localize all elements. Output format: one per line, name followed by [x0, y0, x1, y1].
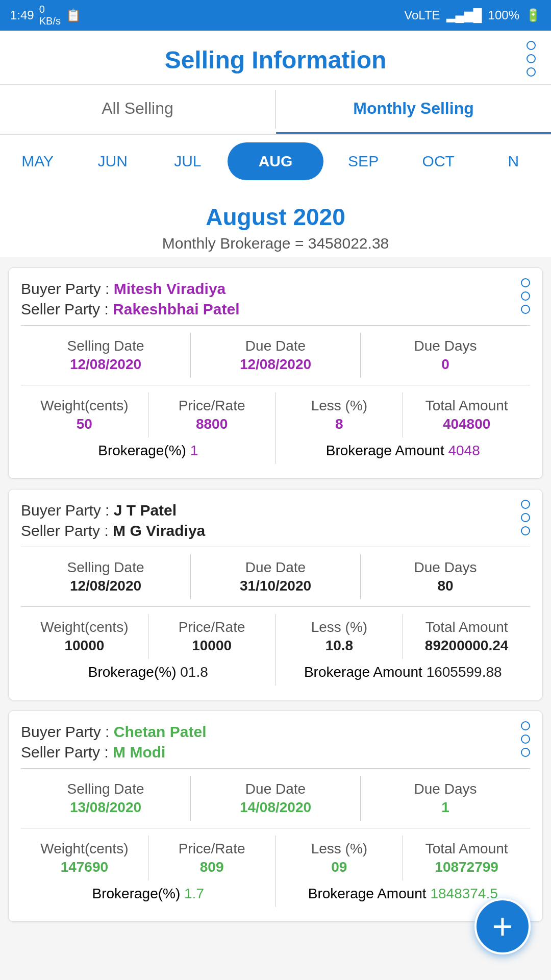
card-2-dots[interactable] — [521, 500, 530, 535]
card-2-due-days: Due Days 80 — [361, 554, 530, 599]
card-2-row-1: Selling Date 12/08/2020 Due Date 31/10/2… — [21, 554, 530, 599]
card-3-dot-1[interactable] — [521, 721, 530, 730]
card-2-weight: Weight(cents) 10000 — [21, 614, 148, 659]
month-nov[interactable]: N — [476, 142, 551, 180]
status-left: 1:49 0KB/s 📋 — [10, 4, 81, 27]
data-indicator: 0KB/s — [39, 4, 61, 27]
month-jun[interactable]: JUN — [75, 142, 150, 180]
sim-icon: 📋 — [66, 8, 81, 22]
selling-card-2: Buyer Party : J T Patel Seller Party : M… — [8, 489, 543, 700]
battery-display: 100% — [488, 8, 519, 22]
card-1-price: Price/Rate 8800 — [148, 393, 276, 437]
card-2-brokerage-row: Brokerage(%) 01.8 Brokerage Amount 16055… — [21, 659, 530, 685]
volte-icon: VoLTE — [404, 8, 440, 22]
card-1-dot-3[interactable] — [521, 305, 530, 314]
header: Selling Information — [0, 31, 551, 85]
card-2-total: Total Amount 89200000.24 — [403, 614, 530, 659]
header-menu-dots[interactable] — [527, 41, 536, 77]
card-1-selling-date: Selling Date 12/08/2020 — [21, 333, 191, 378]
card-3-selling-date: Selling Date 13/08/2020 — [21, 776, 191, 821]
card-3-due-days: Due Days 1 — [361, 776, 530, 821]
month-selector: MAY JUN JUL AUG SEP OCT N — [0, 135, 551, 188]
card-2-seller: Seller Party : M G Viradiya — [21, 522, 530, 540]
card-2-dot-3[interactable] — [521, 526, 530, 535]
monthly-brokerage: Monthly Brokerage = 3458022.38 — [10, 235, 541, 252]
card-3-divider-1 — [21, 768, 530, 769]
card-3-weight: Weight(cents) 147690 — [21, 836, 148, 880]
add-button[interactable]: + — [474, 898, 531, 954]
card-2-price: Price/Rate 10000 — [148, 614, 276, 659]
card-1-total: Total Amount 404800 — [403, 393, 530, 437]
card-3-divider-2 — [21, 828, 530, 828]
card-2-brokerage-amount: Brokerage Amount 1605599.88 — [276, 659, 531, 685]
card-3-dots[interactable] — [521, 721, 530, 757]
menu-dot-3[interactable] — [527, 67, 536, 77]
card-1-less: Less (%) 8 — [276, 393, 404, 437]
card-2-row-2: Weight(cents) 10000 Price/Rate 10000 Les… — [21, 614, 530, 659]
month-oct[interactable]: OCT — [401, 142, 476, 180]
card-1-dot-1[interactable] — [521, 278, 530, 287]
card-1-due-date: Due Date 12/08/2020 — [191, 333, 361, 378]
card-2-brokerage-pct: Brokerage(%) 01.8 — [21, 659, 276, 685]
card-3-brokerage-pct: Brokerage(%) 1.7 — [21, 880, 276, 907]
card-2-less: Less (%) 10.8 — [276, 614, 404, 659]
card-1-brokerage-row: Brokerage(%) 1 Brokerage Amount 4048 — [21, 437, 530, 464]
card-2-divider-1 — [21, 547, 530, 547]
status-right: VoLTE ▂▄▆█ 100% 🔋 — [404, 8, 541, 22]
month-may[interactable]: MAY — [0, 142, 75, 180]
card-2-selling-date: Selling Date 12/08/2020 — [21, 554, 191, 599]
card-3-brokerage-row: Brokerage(%) 1.7 Brokerage Amount 184837… — [21, 880, 530, 907]
signal-icon: ▂▄▆█ — [446, 8, 482, 22]
card-3-dot-2[interactable] — [521, 734, 530, 744]
card-1-brokerage-pct: Brokerage(%) 1 — [21, 437, 276, 464]
card-2-due-date: Due Date 31/10/2020 — [191, 554, 361, 599]
card-3-row-2: Weight(cents) 147690 Price/Rate 809 Less… — [21, 836, 530, 880]
page-title: Selling Information — [165, 46, 387, 74]
battery-icon: 🔋 — [525, 8, 541, 22]
selling-card-3: Buyer Party : Chetan Patel Seller Party … — [8, 710, 543, 922]
card-3-price: Price/Rate 809 — [148, 836, 276, 880]
card-3-total: Total Amount 10872799 — [403, 836, 530, 880]
month-title: August 2020 — [10, 203, 541, 231]
card-1-dot-2[interactable] — [521, 291, 530, 301]
card-3-due-date: Due Date 14/08/2020 — [191, 776, 361, 821]
card-1-buyer: Buyer Party : Mitesh Viradiya — [21, 280, 530, 298]
card-2-dot-2[interactable] — [521, 513, 530, 522]
card-1-row-2: Weight(cents) 50 Price/Rate 8800 Less (%… — [21, 393, 530, 437]
selling-card-1: Buyer Party : Mitesh Viradiya Seller Par… — [8, 267, 543, 479]
tab-monthly-selling[interactable]: Monthly Selling — [276, 85, 551, 134]
status-bar: 1:49 0KB/s 📋 VoLTE ▂▄▆█ 100% 🔋 — [0, 0, 551, 31]
card-2-buyer: Buyer Party : J T Patel — [21, 502, 530, 519]
card-1-divider-1 — [21, 325, 530, 326]
menu-dot-1[interactable] — [527, 41, 536, 50]
tab-all-selling[interactable]: All Selling — [0, 85, 275, 134]
card-1-row-1: Selling Date 12/08/2020 Due Date 12/08/2… — [21, 333, 530, 378]
card-1-dots[interactable] — [521, 278, 530, 314]
card-3-buyer: Buyer Party : Chetan Patel — [21, 723, 530, 741]
month-heading: August 2020 Monthly Brokerage = 3458022.… — [0, 188, 551, 257]
card-3-seller: Seller Party : M Modi — [21, 744, 530, 761]
card-1-seller: Seller Party : Rakeshbhai Patel — [21, 301, 530, 318]
time-display: 1:49 — [10, 8, 34, 22]
card-2-dot-1[interactable] — [521, 500, 530, 509]
card-1-divider-2 — [21, 385, 530, 385]
card-3-row-1: Selling Date 13/08/2020 Due Date 14/08/2… — [21, 776, 530, 821]
card-2-divider-2 — [21, 606, 530, 607]
card-1-weight: Weight(cents) 50 — [21, 393, 148, 437]
menu-dot-2[interactable] — [527, 54, 536, 63]
month-sep[interactable]: SEP — [326, 142, 401, 180]
month-aug[interactable]: AUG — [228, 142, 323, 180]
card-3-less: Less (%) 09 — [276, 836, 404, 880]
card-1-due-days: Due Days 0 — [361, 333, 530, 378]
month-jul[interactable]: JUL — [150, 142, 225, 180]
card-1-brokerage-amount: Brokerage Amount 4048 — [276, 437, 531, 464]
card-3-dot-3[interactable] — [521, 748, 530, 757]
tab-bar: All Selling Monthly Selling — [0, 85, 551, 135]
